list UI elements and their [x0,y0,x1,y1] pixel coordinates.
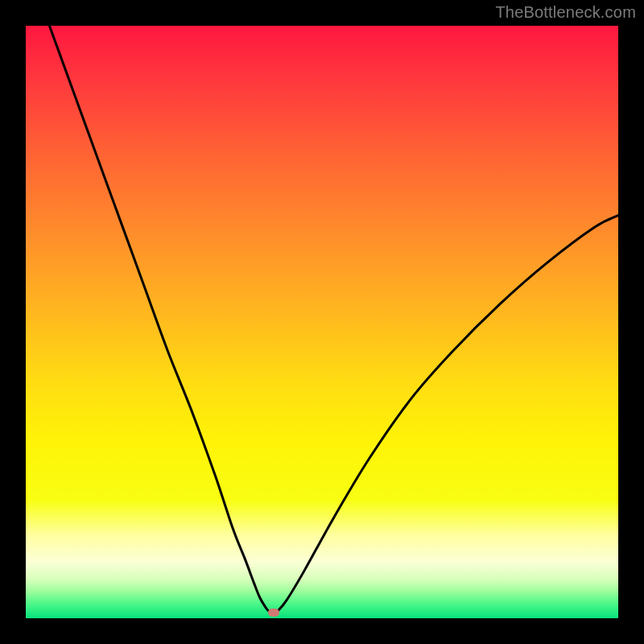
attribution-label: TheBottleneck.com [495,3,636,22]
plot-area [26,26,618,618]
gradient-background [26,26,618,618]
chart-frame: TheBottleneck.com [0,0,644,644]
plot-svg [26,26,618,618]
optimal-point-marker [268,609,279,617]
